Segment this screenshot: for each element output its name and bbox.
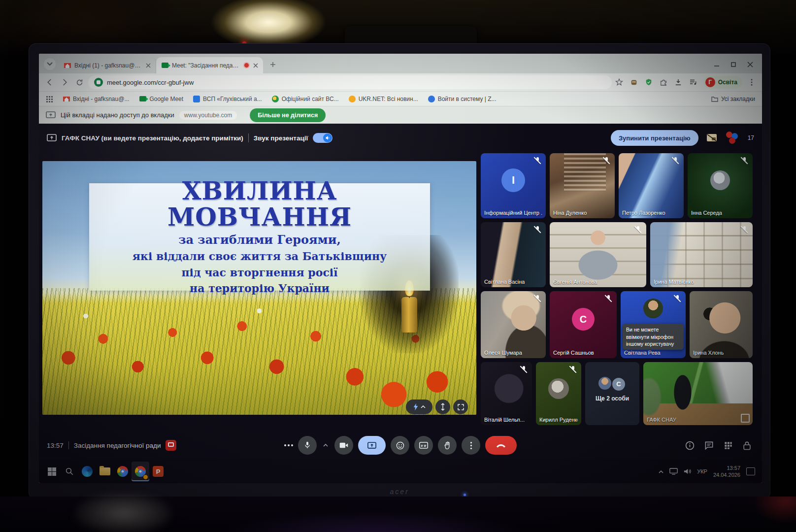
bookmark-star-icon[interactable] <box>615 78 624 87</box>
host-controls-lock-button[interactable] <box>743 441 751 450</box>
all-bookmarks[interactable]: Усі закладки <box>711 96 755 102</box>
minimize-button[interactable] <box>714 62 720 67</box>
pin-icon[interactable] <box>741 414 750 423</box>
extensions-puzzle-icon[interactable] <box>659 78 668 87</box>
bookmark-label: Google Meet <box>149 96 183 102</box>
download-icon[interactable] <box>674 78 683 87</box>
taskbar-chrome[interactable] <box>114 462 132 481</box>
reload-button[interactable] <box>73 76 85 88</box>
participant-tile[interactable]: Ірина Хлонь <box>690 291 753 358</box>
taskbar-date: 24.04.2026 <box>713 471 740 478</box>
end-call-button[interactable] <box>485 436 517 455</box>
apps-grid-icon[interactable] <box>46 96 53 102</box>
participant-tile[interactable]: Інна Середа <box>688 153 753 218</box>
bookmark-meet[interactable]: Google Meet <box>139 95 183 102</box>
participant-tile[interactable]: Петро Лазоренко <box>619 153 684 218</box>
people-grid-button[interactable] <box>724 441 733 450</box>
site-icon <box>272 96 279 102</box>
participant-tile[interactable]: Олеся Шумара <box>481 291 546 358</box>
raise-hand-button[interactable] <box>438 436 457 455</box>
extension-owl-icon[interactable] <box>630 78 638 87</box>
taskbar-explorer[interactable] <box>96 462 114 481</box>
participant-tile[interactable]: Євгенія Антонова <box>550 222 646 287</box>
presentation-sound-toggle[interactable] <box>313 133 332 143</box>
browser-menu-icon[interactable] <box>748 78 755 86</box>
windows-logo-icon <box>48 467 56 476</box>
tab-search-button[interactable] <box>44 58 56 70</box>
participant-tile[interactable]: Ніна Дуленко <box>550 153 615 218</box>
taskbar-clock[interactable]: 13:57 24.04.2026 <box>713 465 740 479</box>
media-controls-icon[interactable] <box>689 78 697 87</box>
stop-presentation-button[interactable]: Зупинити презентацію <box>611 130 698 146</box>
more-options-button[interactable] <box>462 436 480 455</box>
bookmark-login[interactable]: Войти в систему | Z... <box>428 96 497 102</box>
search-icon <box>65 467 74 476</box>
powerpoint-icon: P <box>153 466 164 477</box>
participant-name: Ірина Матвієнко <box>654 279 694 285</box>
chat-button[interactable] <box>704 441 714 450</box>
reactions-pill-button[interactable] <box>406 399 432 414</box>
profile-chip[interactable]: Г Освіта <box>703 76 742 89</box>
participant-tile[interactable]: Кирилл Руденко <box>536 362 581 425</box>
shield-extension-icon[interactable] <box>644 78 653 87</box>
bookmark-gmail[interactable]: Вхідні - gafksnau@... <box>63 95 129 102</box>
bookmark-official-site[interactable]: Офіційний сайт ВС... <box>272 96 339 102</box>
more-options-dots[interactable] <box>284 444 293 446</box>
close-window-button[interactable] <box>747 62 753 67</box>
more-people-tile[interactable]: C Ще 2 особи <box>585 362 639 425</box>
start-button[interactable] <box>43 462 61 481</box>
back-icon <box>45 78 54 87</box>
taskbar-edge[interactable] <box>78 462 96 481</box>
avatar: І <box>501 168 525 192</box>
meet-top-right: Зупинити презентацію 17 <box>611 130 754 146</box>
reactions-button[interactable] <box>391 436 409 455</box>
room-camera-tile[interactable]: ГАФК СНАУ <box>643 362 753 425</box>
browser-toolbar: meet.google.com/ccr-gbuf-jww Г Освіта <box>39 73 762 91</box>
address-bar[interactable]: meet.google.com/ccr-gbuf-jww <box>88 75 612 89</box>
captions-button[interactable] <box>414 436 433 455</box>
close-icon[interactable] <box>253 63 258 68</box>
scroll-slides-button[interactable] <box>435 399 450 414</box>
back-button[interactable] <box>44 76 56 88</box>
maximize-button[interactable] <box>730 62 736 67</box>
fullscreen-button[interactable] <box>453 399 468 414</box>
taskbar-search-button[interactable] <box>61 462 78 481</box>
participant-name: Ірина Хлонь <box>693 350 724 356</box>
mic-button[interactable] <box>298 436 317 455</box>
action-center-icon[interactable] <box>746 467 755 475</box>
stop-sharing-button[interactable]: Більше не ділитися <box>250 108 326 122</box>
network-icon[interactable] <box>669 468 678 475</box>
stacked-avatars: C <box>598 377 626 391</box>
close-icon[interactable] <box>146 63 151 68</box>
bookmark-ukrnet[interactable]: UKR.NET: Всі новин... <box>349 96 418 102</box>
presentation-sound-label: Звук презентації <box>254 134 308 142</box>
taskbar-chrome-active[interactable] <box>132 462 149 481</box>
bookmarks-bar: Вхідні - gafksnau@... Google Meet ВСП «Г… <box>39 91 762 106</box>
tab-strip: Вхідні (1) - gafksnau@gati.sna Meet: "За… <box>39 54 762 73</box>
volume-icon[interactable] <box>684 468 691 475</box>
participants-avatars[interactable] <box>725 132 740 144</box>
screen-share-icon <box>46 111 56 119</box>
bookmark-vsp[interactable]: ВСП «Глухівський а... <box>193 96 262 102</box>
tray-chevron-icon[interactable] <box>659 470 663 473</box>
info-button[interactable] <box>685 441 695 450</box>
participant-tile[interactable]: Ви не можете ввімкнути мікрофон іншому к… <box>621 291 686 358</box>
participant-tile[interactable]: І Інформаційний Центр ... <box>481 153 546 218</box>
taskbar-powerpoint[interactable]: P <box>149 462 167 481</box>
participant-tile[interactable]: Ірина Матвієнко <box>650 222 753 287</box>
participant-tile[interactable]: Світлана Васіна <box>481 222 546 287</box>
forward-button[interactable] <box>59 76 70 88</box>
shared-site: www.youtube.com <box>179 111 237 120</box>
mic-off-icon <box>520 366 528 373</box>
language-indicator[interactable]: УКР <box>697 468 707 474</box>
participant-tile[interactable]: Віталій Шельп... <box>481 362 532 425</box>
new-tab-button[interactable] <box>267 59 279 70</box>
tab-meet[interactable]: Meet: "Засідання педагогі <box>156 57 263 73</box>
mic-options-chevron[interactable] <box>322 444 330 447</box>
tab-gmail[interactable]: Вхідні (1) - gafksnau@gati.sna <box>59 57 156 73</box>
participant-tile[interactable]: С Сергій Сашньов <box>550 291 617 358</box>
share-notice-text: Цій вкладці надано доступ до вкладки <box>61 111 174 119</box>
camera-button[interactable] <box>334 436 353 455</box>
present-button-active[interactable] <box>358 436 386 455</box>
pip-off-icon[interactable] <box>706 133 717 142</box>
